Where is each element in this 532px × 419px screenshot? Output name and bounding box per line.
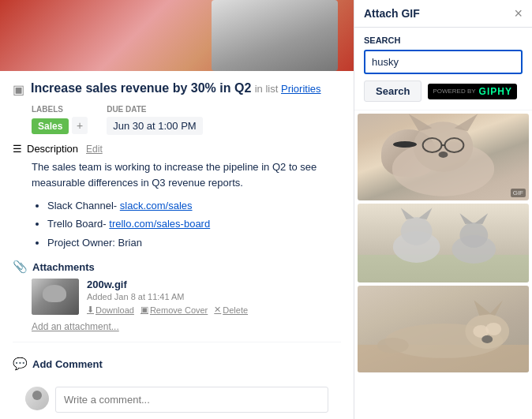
- gif-search-input[interactable]: [364, 50, 523, 74]
- svg-marker-21: [489, 300, 503, 316]
- card-title: Increase sales revenue by 30% in Q2 in l…: [31, 80, 321, 97]
- gif-result-1[interactable]: GIF: [358, 114, 529, 200]
- gif-svg-3: [358, 286, 529, 372]
- attachment-item: 200w.gif Added Jan 8 at 11:41 AM ⬇ Downl…: [32, 279, 341, 315]
- comment-input-row: [13, 380, 341, 419]
- attachments-section: 📎 Attachments 200w.gif Added Jan 8 at 11…: [13, 260, 341, 332]
- card-title-text: Increase sales revenue by 30% in Q2: [31, 81, 251, 95]
- card-meta-row: Labels Sales + Due Date Jun 30 at 1:00 P…: [32, 105, 341, 135]
- powered-by-text: POWERED BY: [433, 88, 475, 95]
- card-hero-image: [0, 0, 354, 71]
- comment-section: 💬 Add Comment 🙂 @ ☺ 📎: [13, 342, 341, 419]
- trello-link[interactable]: trello.com/sales-board: [109, 218, 210, 230]
- gif-svg-1: [358, 114, 529, 200]
- description-text: The sales team is working to increase th…: [32, 159, 341, 190]
- delete-link[interactable]: ✕ Delete: [214, 305, 248, 315]
- svg-rect-8: [358, 255, 529, 282]
- slack-link[interactable]: slack.com/sales: [120, 200, 193, 211]
- gif-panel-header: Attach GIF ×: [354, 0, 532, 28]
- svg-point-7: [439, 152, 448, 158]
- description-icon: ☰: [13, 143, 22, 155]
- due-date-header: Due Date: [107, 105, 203, 114]
- description-heading: Description: [27, 143, 78, 155]
- svg-point-24: [481, 335, 493, 343]
- description-header-row: ☰ Description Edit: [13, 143, 341, 155]
- list-name-link[interactable]: Priorities: [281, 83, 321, 95]
- labels-column: Labels Sales +: [32, 105, 88, 135]
- gif-result-3[interactable]: [358, 286, 529, 372]
- remove-cover-icon: ▣: [140, 305, 148, 315]
- attach-gif-panel: Attach GIF × Search Search POWERED BY GI…: [354, 0, 532, 419]
- slack-prefix: Slack Channel-: [47, 200, 120, 211]
- gif-panel-title: Attach GIF: [364, 7, 420, 20]
- svg-marker-16: [474, 213, 488, 224]
- in-list-label: in list: [255, 83, 279, 95]
- sales-label-badge[interactable]: Sales: [32, 118, 69, 134]
- comment-input[interactable]: [55, 387, 328, 413]
- attachment-thumb-image: [32, 279, 79, 315]
- comment-header-row: 💬 Add Comment: [13, 357, 341, 376]
- gif-results-list: GIF: [354, 110, 532, 419]
- bullet-owner: Project Owner: Brian: [47, 234, 341, 252]
- attachment-info: 200w.gif Added Jan 8 at 11:41 AM ⬇ Downl…: [87, 279, 341, 315]
- attachment-filename: 200w.gif: [87, 279, 341, 290]
- gif-svg-2: [358, 204, 529, 282]
- gif-search-button[interactable]: Search: [364, 80, 421, 102]
- gif-image-3: [358, 286, 529, 372]
- comment-section-icon: 💬: [13, 357, 28, 371]
- attachment-actions: ⬇ Download ▣ Remove Cover ✕ Delete: [87, 305, 341, 315]
- card-body: ▣ Increase sales revenue by 30% in Q2 in…: [0, 71, 354, 419]
- attachments-header-row: 📎 Attachments: [13, 260, 341, 274]
- svg-marker-20: [474, 300, 491, 316]
- due-date-value[interactable]: Jun 30 at 1:00 PM: [107, 117, 203, 135]
- bullet-trello: Trello Board- trello.com/sales-board: [47, 215, 341, 233]
- gif-image-2: [358, 204, 529, 282]
- labels-header: Labels: [32, 105, 88, 114]
- remove-cover-label: Remove Cover: [150, 305, 208, 315]
- trello-prefix: Trello Board-: [47, 218, 109, 230]
- add-attachment-link[interactable]: Add an attachment...: [32, 321, 341, 332]
- card-title-row: ▣ Increase sales revenue by 30% in Q2 in…: [13, 80, 341, 97]
- hero-dog-graphic: [212, 0, 338, 71]
- download-label: Download: [96, 305, 134, 315]
- download-icon: ⬇: [87, 305, 94, 315]
- gif-search-label: Search: [364, 36, 523, 45]
- svg-marker-3: [454, 114, 478, 131]
- download-link[interactable]: ⬇ Download: [87, 305, 134, 315]
- giphy-logo: GIPHY: [479, 86, 512, 97]
- gif-panel-close-button[interactable]: ×: [514, 6, 523, 21]
- svg-marker-2: [409, 114, 433, 131]
- due-date-column: Due Date Jun 30 at 1:00 PM: [107, 105, 203, 135]
- add-label-button[interactable]: +: [72, 117, 88, 134]
- giphy-badge: POWERED BY GIPHY: [428, 84, 517, 99]
- attachment-thumbnail: [32, 279, 79, 315]
- card-detail-panel: ▣ Increase sales revenue by 30% in Q2 in…: [0, 0, 354, 419]
- svg-marker-15: [459, 213, 473, 224]
- user-avatar: [25, 387, 49, 410]
- comment-heading: Add Comment: [32, 358, 103, 370]
- svg-point-14: [459, 223, 488, 248]
- bullet-slack: Slack Channel- slack.com/sales: [47, 196, 341, 215]
- card-in-list: in list Priorities: [255, 83, 321, 95]
- description-list: Slack Channel- slack.com/sales Trello Bo…: [47, 196, 341, 252]
- delete-label: Delete: [223, 305, 248, 315]
- svg-point-23: [485, 323, 501, 335]
- gif-search-section: Search Search POWERED BY GIPHY: [354, 28, 532, 110]
- svg-marker-12: [419, 208, 433, 219]
- gif-result-2[interactable]: [358, 204, 529, 282]
- card-type-icon: ▣: [13, 82, 24, 97]
- attachment-meta: Added Jan 8 at 11:41 AM: [87, 292, 341, 301]
- delete-icon: ✕: [214, 305, 221, 315]
- gif-image-1: GIF: [358, 114, 529, 200]
- gif-search-row: Search POWERED BY GIPHY: [364, 80, 523, 102]
- attachments-icon: 📎: [13, 260, 28, 274]
- svg-point-25: [377, 338, 409, 354]
- remove-cover-link[interactable]: ▣ Remove Cover: [140, 305, 208, 315]
- attachments-heading: Attachments: [32, 261, 95, 273]
- description-edit-link[interactable]: Edit: [86, 144, 103, 155]
- svg-point-10: [401, 217, 433, 245]
- svg-marker-11: [401, 208, 414, 219]
